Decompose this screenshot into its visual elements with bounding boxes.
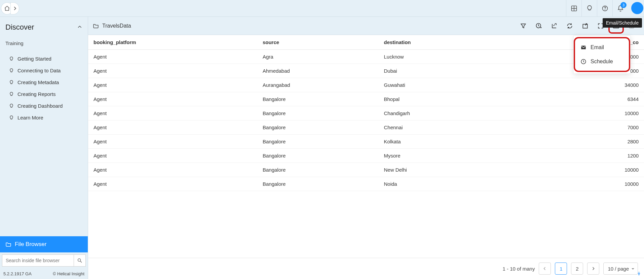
col-destination[interactable]: destination [378,35,498,50]
cell-source: Bangalore [257,106,379,120]
col-booking-platform[interactable]: booking_platform [88,35,257,50]
pager-range: 1 - 10 of many [503,266,535,272]
lightbulb-icon [9,92,14,97]
idea-button[interactable] [581,0,597,17]
cell-booking_platform: Agent [88,163,257,177]
notifications-button[interactable]: 3 [612,0,628,17]
discover-title: Discover [5,23,34,32]
refresh-button[interactable] [562,18,577,34]
cell-source: Ahmedabad [257,64,379,78]
export-icon [551,23,558,29]
col-source[interactable]: source [257,35,379,50]
sidebar-item-connecting-data[interactable]: Connecting to Data [0,65,88,76]
table-row[interactable]: AgentBangaloreChennai7000 [88,120,644,135]
table-row[interactable]: AgentBangaloreBhopal6344 [88,92,644,106]
open-new-button[interactable] [577,18,593,34]
cell-sum_travel_cost: 10000 [498,106,644,120]
pin-icon[interactable] [637,271,641,277]
cell-destination: Dubai [378,64,498,78]
home-icon [4,5,10,11]
cell-source: Agra [257,50,379,64]
table-row[interactable]: AgentBangaloreNew Delhi10000 [88,163,644,177]
chevron-right-icon [591,267,595,271]
cell-sum_travel_cost: 1200 [498,149,644,163]
lightbulb-icon [9,68,14,73]
cell-source: Bangalore [257,177,379,191]
sidebar-item-label: Creating Metadata [17,79,59,85]
cell-destination: Chandigarh [378,106,498,120]
cell-source: Aurangabad [257,78,379,92]
svg-line-6 [80,261,82,263]
chevron-left-icon [543,267,547,271]
chevron-right-icon [12,6,17,11]
breadcrumb: TravelsData [93,23,131,29]
sidebar-item-learn-more[interactable]: Learn More [0,112,88,124]
lightbulb-icon [9,56,14,62]
notification-badge: 3 [620,2,627,8]
cache-button[interactable] [531,18,546,34]
search-icon [77,258,82,263]
svg-point-5 [78,259,81,261]
email-schedule-dropdown: Email Schedule [573,35,631,74]
cell-booking_platform: Agent [88,120,257,135]
table-row[interactable]: AgentBangaloreKolkata2800 [88,135,644,149]
dropdown-email[interactable]: Email [575,40,629,55]
pager-size-select[interactable]: 10 / page [603,263,638,275]
mail-icon [580,44,586,50]
sidebar-item-creating-reports[interactable]: Creating Reports [0,88,88,100]
cell-destination: Mysore [378,149,498,163]
lightbulb-icon [586,5,593,12]
search-input[interactable] [2,254,74,267]
search-button[interactable] [74,254,86,267]
file-browser-button[interactable]: File Browser [0,236,88,252]
version-text: 5.2.2.1917 GA [3,271,32,276]
table-scroll[interactable]: booking_platform source destination sum_… [88,35,644,258]
sidebar-section: Training [0,38,88,49]
filter-icon [520,23,527,29]
cell-booking_platform: Agent [88,149,257,163]
pager-page-2[interactable]: 2 [571,263,583,275]
pager-prev[interactable] [539,263,551,275]
file-browser-label: File Browser [15,241,46,248]
help-icon [602,5,608,12]
cell-booking_platform: Agent [88,64,257,78]
profile-button[interactable] [628,0,641,17]
dropdown-schedule[interactable]: Schedule [575,55,629,69]
data-table: booking_platform source destination sum_… [88,35,644,191]
clock-plus-icon [535,23,542,29]
open-window-icon [582,23,589,29]
forward-button[interactable] [11,3,19,14]
cell-sum_travel_cost: 10000 [498,177,644,191]
pager-page-1[interactable]: 1 [555,263,567,275]
table-row[interactable]: AgentBangaloreNoida10000 [88,177,644,191]
table-row[interactable]: AgentAhmedabadDubai000 [88,64,644,78]
cell-booking_platform: Agent [88,135,257,149]
cell-source: Bangalore [257,135,379,149]
table-row[interactable]: AgentAgraLucknow000 [88,50,644,64]
help-button[interactable] [597,0,612,17]
top-header: 3 [0,0,644,17]
sidebar-item-label: Creating Reports [17,91,55,97]
filter-button[interactable] [516,18,531,34]
sidebar-item-getting-started[interactable]: Getting Started [0,53,88,65]
export-button[interactable] [546,18,562,34]
svg-rect-10 [583,24,587,28]
table-row[interactable]: AgentBangaloreMysore1200 [88,149,644,163]
pager-next[interactable] [587,263,599,275]
folder-icon [93,23,99,29]
sidebar-nav: Getting Started Connecting to Data Creat… [0,49,88,126]
table-row[interactable]: AgentAurangabadGuwahati34000 [88,78,644,92]
sidebar: Discover Training Getting Started Connec… [0,17,88,279]
report-toolbar: TravelsData [88,17,644,35]
sidebar-item-creating-metadata[interactable]: Creating Metadata [0,76,88,88]
layout-button[interactable] [566,0,581,17]
cell-booking_platform: Agent [88,50,257,64]
clock-icon [580,59,586,65]
table-row[interactable]: AgentBangaloreChandigarh10000 [88,106,644,120]
cell-booking_platform: Agent [88,106,257,120]
lightbulb-icon [9,80,14,85]
discover-toggle[interactable]: Discover [0,17,88,38]
pagination: 1 - 10 of many 1 2 10 / page [88,258,644,279]
pager-size-label: 10 / page [608,266,629,272]
sidebar-item-creating-dashboard[interactable]: Creating Dashboard [0,100,88,112]
